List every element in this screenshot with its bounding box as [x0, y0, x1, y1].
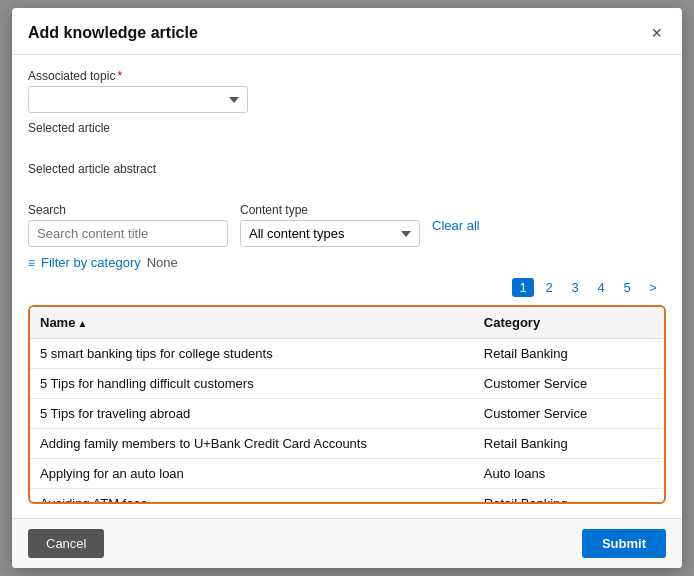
modal-footer: Cancel Submit: [12, 518, 682, 568]
page-1-button[interactable]: 1: [512, 278, 534, 297]
sort-icon: ▲: [77, 318, 87, 329]
filter-value: None: [147, 255, 178, 270]
table-row[interactable]: Adding family members to U+Bank Credit C…: [30, 429, 664, 459]
row-name: 5 smart banking tips for college student…: [30, 339, 474, 369]
page-5-button[interactable]: 5: [616, 278, 638, 297]
results-table: Name▲ Category 5 smart banking tips for …: [30, 307, 664, 504]
table-row[interactable]: 5 smart banking tips for college student…: [30, 339, 664, 369]
cancel-button[interactable]: Cancel: [28, 529, 104, 558]
selected-article-value: [28, 138, 666, 154]
table-header-row: Name▲ Category: [30, 307, 664, 339]
row-name: 5 Tips for traveling abroad: [30, 399, 474, 429]
row-category: Auto loans: [474, 459, 664, 489]
modal-body: Associated topic* Selected article Selec…: [12, 55, 682, 518]
filter-by-category-button[interactable]: Filter by category: [41, 255, 141, 270]
row-name: Applying for an auto loan: [30, 459, 474, 489]
page-3-button[interactable]: 3: [564, 278, 586, 297]
clear-all-button[interactable]: Clear all: [432, 218, 480, 233]
col-category-header: Category: [474, 307, 664, 339]
search-group: Search: [28, 203, 228, 247]
filter-row: ≡ Filter by category None: [28, 255, 666, 270]
filter-icon: ≡: [28, 256, 35, 270]
table-row[interactable]: 5 Tips for traveling abroad Customer Ser…: [30, 399, 664, 429]
search-row: Search Content type All content types Ar…: [28, 203, 666, 247]
page-2-button[interactable]: 2: [538, 278, 560, 297]
col-name-header[interactable]: Name▲: [30, 307, 474, 339]
row-category: Retail Banking: [474, 489, 664, 505]
content-type-select[interactable]: All content types Articles FAQs Videos: [240, 220, 420, 247]
row-name: 5 Tips for handling difficult customers: [30, 369, 474, 399]
search-label: Search: [28, 203, 228, 217]
content-type-label: Content type: [240, 203, 420, 217]
content-type-group: Content type All content types Articles …: [240, 203, 420, 247]
associated-topic-field: Associated topic*: [28, 69, 666, 113]
row-name: Avoiding ATM fees: [30, 489, 474, 505]
row-category: Customer Service: [474, 369, 664, 399]
modal-title: Add knowledge article: [28, 24, 198, 42]
selected-abstract-field: Selected article abstract: [28, 162, 666, 195]
table-row[interactable]: 5 Tips for handling difficult customers …: [30, 369, 664, 399]
modal-dialog: Add knowledge article × Associated topic…: [12, 8, 682, 568]
associated-topic-select[interactable]: [28, 86, 248, 113]
pagination-row: 1 2 3 4 5 >: [28, 278, 666, 297]
modal-header: Add knowledge article ×: [12, 8, 682, 55]
row-category: Retail Banking: [474, 339, 664, 369]
pagination-next-button[interactable]: >: [642, 278, 664, 297]
row-category: Customer Service: [474, 399, 664, 429]
selected-abstract-value: [28, 179, 666, 195]
row-category: Retail Banking: [474, 429, 664, 459]
results-table-container: Name▲ Category 5 smart banking tips for …: [28, 305, 666, 504]
page-4-button[interactable]: 4: [590, 278, 612, 297]
modal-overlay: Add knowledge article × Associated topic…: [0, 0, 694, 576]
submit-button[interactable]: Submit: [582, 529, 666, 558]
selected-article-field: Selected article: [28, 121, 666, 154]
selected-abstract-label: Selected article abstract: [28, 162, 666, 176]
close-button[interactable]: ×: [647, 22, 666, 44]
selected-article-label: Selected article: [28, 121, 666, 135]
search-input[interactable]: [28, 220, 228, 247]
table-body: 5 smart banking tips for college student…: [30, 339, 664, 505]
table-row[interactable]: Avoiding ATM fees Retail Banking: [30, 489, 664, 505]
row-name: Adding family members to U+Bank Credit C…: [30, 429, 474, 459]
associated-topic-label: Associated topic*: [28, 69, 666, 83]
table-row[interactable]: Applying for an auto loan Auto loans: [30, 459, 664, 489]
required-star: *: [117, 69, 122, 83]
